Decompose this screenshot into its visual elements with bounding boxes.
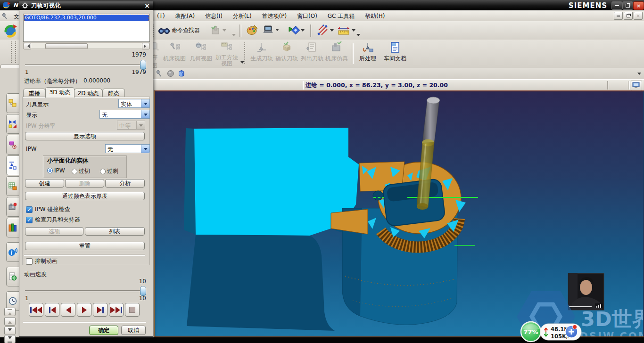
scroll-right-button[interactable]	[142, 43, 149, 49]
slider-thumb[interactable]	[140, 60, 146, 70]
spreadsheet-tab[interactable]	[6, 176, 19, 196]
step-back-button[interactable]	[45, 303, 59, 317]
step-forward-button[interactable]	[93, 303, 107, 317]
scroll-up-button[interactable]	[4, 317, 16, 326]
machining-method-view-button[interactable]: 加工方法 视图	[213, 41, 240, 67]
radio-gouge[interactable]: 过切	[72, 167, 90, 175]
overflow-chevron-icon[interactable]	[356, 34, 360, 38]
radio-icon[interactable]	[100, 169, 106, 174]
ipw-select[interactable]: 无	[105, 144, 150, 153]
delete-button[interactable]: 删除	[65, 179, 104, 188]
machine-display-button[interactable]	[262, 24, 279, 35]
create-button[interactable]: 创建	[25, 179, 64, 188]
geometry-view-button[interactable]: 几何视图	[188, 41, 214, 63]
menu-window[interactable]: 窗口(O)	[293, 10, 322, 21]
menu-preferences[interactable]: 首选项(P)	[258, 10, 291, 21]
stop-button[interactable]	[125, 303, 140, 317]
scroll-to-bottom-button[interactable]	[4, 335, 16, 343]
assembly-navigator-tab[interactable]	[6, 93, 19, 113]
postprocess-button[interactable]: 后处理	[355, 41, 380, 63]
toolpath-list-selected-item[interactable]: GOTO/86.232,3.003,20.000	[24, 15, 149, 21]
dialog-close-button[interactable]: ×	[143, 2, 151, 9]
menu-tools-fragment[interactable]: (T)	[153, 11, 169, 21]
radio-selected-icon[interactable]	[47, 168, 53, 173]
generate-toolpath-button[interactable]: 生成刀轨	[249, 41, 274, 63]
role-palette-button[interactable]	[246, 24, 258, 37]
mdi-close-button[interactable]: ×	[634, 12, 643, 20]
machine-tool-view-button[interactable]: 机床视图	[161, 41, 188, 63]
command-finder-button[interactable]: 命令查找器	[158, 24, 200, 37]
analyze-button[interactable]: 分析	[105, 179, 145, 188]
ipw-resolution-select[interactable]: 中等	[117, 121, 145, 130]
cancel-button[interactable]: 取消	[121, 326, 146, 335]
play-backward-button[interactable]	[61, 303, 75, 317]
menu-help[interactable]: 帮助(H)	[361, 10, 389, 21]
window-minimize-button[interactable]	[611, 1, 622, 10]
graphics-viewport[interactable]: 3D世界网 3DSJW.COM	[154, 90, 644, 337]
menu-information[interactable]: 信息(I)	[201, 10, 227, 21]
menu-assemblies[interactable]: 装配(A)	[171, 10, 199, 21]
web-browser-tab[interactable]	[6, 267, 19, 286]
operation-navigator-tab[interactable]	[6, 155, 19, 175]
list-button[interactable]: 列表	[85, 227, 145, 236]
ipw-collision-checkbox[interactable]: ✓ IPW 碰撞检查	[26, 205, 70, 213]
menu-gc-toolbox[interactable]: GC 工具箱	[323, 10, 359, 21]
play-forward-button[interactable]	[77, 303, 91, 317]
radio-icon[interactable]	[72, 169, 77, 174]
slider-thumb[interactable]	[140, 286, 146, 296]
scroll-down-button[interactable]	[4, 327, 16, 335]
go-to-end-button[interactable]	[109, 303, 124, 317]
display-options-button[interactable]: 显示选项	[25, 132, 145, 140]
menu-analysis[interactable]: 分析(L)	[229, 10, 256, 21]
options-button[interactable]: 选项	[25, 227, 83, 236]
animation-speed-slider[interactable]	[25, 286, 146, 295]
tab-3d-dynamic[interactable]: 3D 动态	[45, 87, 74, 98]
radio-ipw[interactable]: IPW	[47, 167, 65, 174]
go-to-start-button[interactable]	[29, 303, 43, 317]
tool-display-select[interactable]: 实体	[118, 99, 150, 108]
list-toolpath-button[interactable]: 列出刀轨	[300, 41, 324, 63]
toolpath-list[interactable]: GOTO/86.232,3.003,20.000	[23, 14, 150, 42]
dropdown-icon[interactable]	[240, 61, 244, 65]
suppress-animation-checkbox[interactable]: 抑制动画	[26, 257, 58, 265]
combo-arrow-icon[interactable]	[141, 99, 149, 107]
combo-arrow-icon[interactable]	[141, 145, 149, 153]
reset-button[interactable]: 重置	[25, 242, 145, 250]
ok-button[interactable]: 确定	[89, 326, 118, 335]
net-monitor-widget[interactable]: 48.1K/s 105K/s 77%	[518, 321, 588, 343]
display-select[interactable]: 无	[99, 110, 150, 119]
touch-info-tab[interactable]	[6, 242, 19, 262]
overflow-chevron-icon[interactable]	[637, 73, 641, 77]
thickness-by-color-button[interactable]: 通过颜色表示厚度	[25, 192, 145, 200]
checkbox-checked-icon[interactable]: ✓	[26, 206, 33, 213]
nx-refresh-icon[interactable]	[3, 23, 18, 38]
measure-button[interactable]	[317, 24, 334, 36]
list-horizontal-scrollbar[interactable]	[23, 42, 150, 49]
sphere-mini-icon[interactable]	[167, 70, 174, 77]
dialog-titlebar[interactable]: 刀轨可视化 ×	[19, 1, 153, 10]
overflow-chevron-icon[interactable]	[232, 34, 236, 38]
combo-arrow-icon[interactable]	[141, 110, 149, 118]
library-tab[interactable]	[6, 218, 19, 237]
shop-documentation-button[interactable]: 车间文档	[382, 41, 408, 63]
checkbox-unchecked-icon[interactable]	[26, 258, 33, 265]
toolpath-progress-slider[interactable]	[25, 60, 146, 69]
video-inset[interactable]	[568, 273, 604, 310]
scroll-to-top-button[interactable]	[4, 308, 16, 316]
constraint-navigator-tab[interactable]	[6, 114, 19, 134]
check-tool-holder-checkbox[interactable]: ✓ 检查刀具和夹持器	[26, 216, 80, 224]
tool-mini-icon[interactable]	[156, 69, 164, 78]
part-navigator-tab[interactable]	[6, 135, 19, 155]
mdi-minimize-button[interactable]	[614, 12, 623, 20]
distance-measure-button[interactable]	[337, 24, 355, 36]
workpiece-tool-button[interactable]	[210, 24, 226, 36]
scroll-left-button[interactable]	[24, 43, 31, 49]
mdi-restore-button[interactable]	[624, 12, 633, 20]
verify-toolpath-button[interactable]: 确认刀轨	[274, 41, 299, 63]
window-restore-button[interactable]	[622, 1, 633, 10]
window-display-button[interactable]	[631, 81, 642, 91]
radio-excess[interactable]: 过剩	[100, 167, 118, 175]
window-close-button[interactable]: ×	[633, 1, 644, 10]
scrollbar-thumb[interactable]	[45, 43, 88, 49]
visualization-button[interactable]	[288, 24, 305, 36]
